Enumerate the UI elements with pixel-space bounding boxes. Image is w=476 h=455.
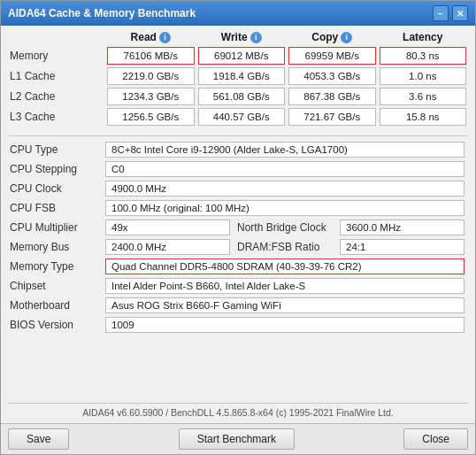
info-value-4-b: 3600.0 MHz	[340, 220, 464, 235]
info-label-2: CPU Clock	[8, 182, 105, 195]
info-label-5-a: Memory Bus	[8, 241, 105, 253]
info-row-9: BIOS Version 1009	[8, 316, 468, 334]
bench-copy-1: 4053.3 GB/s	[288, 67, 376, 85]
info-value-5-a: 2400.0 MHz	[105, 239, 230, 255]
info-label-7: Chipset	[8, 280, 105, 292]
info-label-5-b: DRAM:FSB Ratio	[234, 241, 340, 253]
bench-label-3: L3 Cache	[8, 111, 105, 123]
info-row-4: CPU Multiplier 49x North Bridge Clock 36…	[8, 219, 468, 236]
read-header: Read i	[105, 31, 196, 43]
bench-row-0: Memory 76106 MB/s 69012 MB/s 69959 MB/s …	[8, 47, 468, 65]
copy-info-icon[interactable]: i	[341, 32, 352, 43]
latency-header: Latency	[378, 31, 469, 43]
column-headers: Read i Write i Copy i Latency	[8, 31, 468, 43]
info-table: CPU Type 8C+8c Intel Core i9-12900 (Alde…	[8, 141, 468, 334]
close-dialog-button[interactable]: Close	[403, 428, 468, 450]
info-label-8: Motherboard	[8, 299, 105, 312]
bench-copy-3: 721.67 GB/s	[288, 108, 376, 126]
start-benchmark-button[interactable]: Start Benchmark	[179, 428, 295, 450]
info-label-9: BIOS Version	[8, 319, 105, 331]
bench-read-1: 2219.0 GB/s	[107, 67, 195, 85]
bench-copy-0: 69959 MB/s	[288, 47, 376, 65]
info-label-6: Memory Type	[8, 260, 105, 273]
title-bar: AIDA64 Cache & Memory Benchmark − ✕	[1, 1, 475, 26]
info-value-0: 8C+8c Intel Core i9-12900 (Alder Lake-S,…	[105, 142, 464, 158]
info-label-3: CPU FSB	[8, 202, 105, 214]
info-row-0: CPU Type 8C+8c Intel Core i9-12900 (Alde…	[8, 141, 468, 158]
minimize-button[interactable]: −	[433, 5, 449, 21]
write-header: Write i	[196, 31, 288, 43]
bottom-bar: Save Start Benchmark Close	[1, 423, 475, 454]
info-value-7: Intel Alder Point-S B660, Intel Alder La…	[105, 278, 464, 294]
bench-row-1: L1 Cache 2219.0 GB/s 1918.4 GB/s 4053.3 …	[8, 67, 468, 85]
bench-label-1: L1 Cache	[8, 70, 105, 82]
separator-1	[8, 135, 468, 136]
info-label-4-b: North Bridge Clock	[234, 221, 340, 234]
bench-latency-3: 15.8 ns	[380, 108, 467, 126]
info-value-3: 100.0 MHz (original: 100 MHz)	[105, 200, 464, 216]
save-button[interactable]: Save	[8, 428, 69, 450]
bench-write-1: 1918.4 GB/s	[198, 67, 286, 85]
bench-read-0: 76106 MB/s	[107, 47, 195, 65]
content-area: Read i Write i Copy i Latency Memory 761…	[1, 26, 475, 423]
info-label-0: CPU Type	[8, 143, 105, 156]
info-row-1: CPU Stepping C0	[8, 160, 468, 178]
info-row-6: Memory Type Quad Channel DDR5-4800 SDRAM…	[8, 258, 468, 275]
bench-read-2: 1234.3 GB/s	[107, 88, 195, 105]
benchmark-table: Memory 76106 MB/s 69012 MB/s 69959 MB/s …	[8, 47, 468, 126]
write-info-icon[interactable]: i	[250, 32, 262, 43]
info-value-5-b: 24:1	[340, 239, 464, 255]
info-value-8: Asus ROG Strix B660-F Gaming WiFi	[105, 297, 464, 313]
bench-copy-2: 867.38 GB/s	[288, 88, 376, 105]
window-title: AIDA64 Cache & Memory Benchmark	[8, 7, 196, 19]
bench-latency-0: 80.3 ns	[380, 47, 467, 65]
info-value-9: 1009	[105, 317, 464, 333]
bench-write-3: 440.57 GB/s	[198, 108, 286, 126]
info-row-8: Motherboard Asus ROG Strix B660-F Gaming…	[8, 297, 468, 314]
bench-write-2: 561.08 GB/s	[198, 88, 286, 105]
bench-latency-2: 3.6 ns	[380, 88, 467, 105]
footer-text: AIDA64 v6.60.5900 / BenchDLL 4.5.865.8-x…	[8, 403, 468, 420]
info-value-6: Quad Channel DDR5-4800 SDRAM (40-39-39-7…	[105, 258, 464, 274]
info-row-2: CPU Clock 4900.0 MHz	[8, 180, 468, 197]
copy-header: Copy i	[287, 31, 378, 43]
info-row-5: Memory Bus 2400.0 MHz DRAM:FSB Ratio 24:…	[8, 238, 468, 256]
info-value-2: 4900.0 MHz	[105, 181, 464, 197]
window-controls: − ✕	[433, 5, 468, 21]
bench-label-2: L2 Cache	[8, 90, 105, 103]
main-window: AIDA64 Cache & Memory Benchmark − ✕ Read…	[0, 0, 476, 455]
bench-row-2: L2 Cache 1234.3 GB/s 561.08 GB/s 867.38 …	[8, 88, 468, 105]
info-row-3: CPU FSB 100.0 MHz (original: 100 MHz)	[8, 199, 468, 217]
bench-label-0: Memory	[8, 50, 105, 62]
info-value-1: C0	[105, 161, 464, 177]
close-button[interactable]: ✕	[452, 5, 468, 21]
info-value-4-a: 49x	[105, 220, 230, 235]
bench-row-3: L3 Cache 1256.5 GB/s 440.57 GB/s 721.67 …	[8, 108, 468, 126]
bench-write-0: 69012 MB/s	[198, 47, 286, 65]
bench-latency-1: 1.0 ns	[380, 67, 467, 85]
info-label-4-a: CPU Multiplier	[8, 221, 105, 234]
bench-read-3: 1256.5 GB/s	[107, 108, 195, 126]
read-info-icon[interactable]: i	[159, 32, 171, 43]
info-row-7: Chipset Intel Alder Point-S B660, Intel …	[8, 277, 468, 295]
info-label-1: CPU Stepping	[8, 163, 105, 175]
